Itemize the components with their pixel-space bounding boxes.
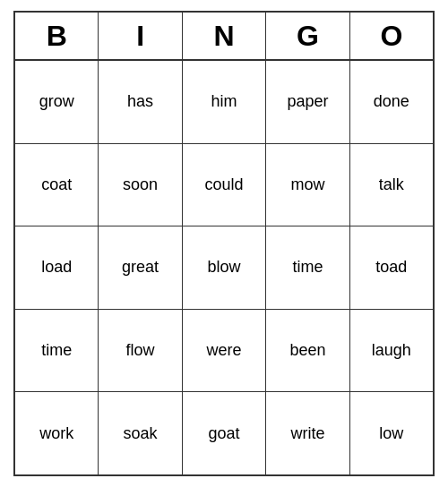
header-letter-g: G	[266, 13, 349, 59]
bingo-cell-0-2: him	[183, 61, 266, 143]
bingo-cell-0-3: paper	[266, 61, 349, 143]
bingo-cell-1-4: talk	[350, 144, 433, 226]
header-letter-i: I	[99, 13, 182, 59]
bingo-cell-4-3: write	[266, 392, 349, 474]
bingo-body: growhashimpaperdonecoatsooncouldmowtalkl…	[15, 61, 433, 474]
bingo-card: BINGO growhashimpaperdonecoatsooncouldmo…	[13, 11, 435, 476]
bingo-cell-0-0: grow	[15, 61, 99, 143]
bingo-row-0: growhashimpaperdone	[15, 61, 433, 144]
bingo-cell-1-3: mow	[266, 144, 349, 226]
bingo-cell-2-1: great	[99, 226, 182, 309]
bingo-cell-2-0: load	[15, 226, 99, 309]
bingo-header: BINGO	[15, 13, 433, 61]
bingo-cell-4-2: goat	[183, 392, 266, 474]
bingo-cell-4-4: low	[350, 392, 433, 474]
bingo-cell-3-3: been	[266, 310, 349, 392]
bingo-cell-3-2: were	[183, 310, 266, 392]
bingo-row-3: timeflowwerebeenlaugh	[15, 310, 433, 393]
bingo-row-1: coatsooncouldmowtalk	[15, 144, 433, 227]
bingo-cell-2-2: blow	[183, 226, 266, 309]
bingo-cell-2-4: toad	[350, 226, 433, 309]
bingo-cell-2-3: time	[266, 226, 349, 309]
bingo-cell-0-1: has	[99, 61, 182, 143]
bingo-cell-3-1: flow	[99, 310, 182, 392]
bingo-cell-1-2: could	[183, 144, 266, 226]
header-letter-o: O	[350, 13, 433, 59]
bingo-row-4: worksoakgoatwritelow	[15, 392, 433, 474]
header-letter-b: B	[15, 13, 99, 59]
bingo-cell-4-1: soak	[99, 392, 182, 474]
bingo-cell-0-4: done	[350, 61, 433, 143]
header-letter-n: N	[183, 13, 266, 59]
bingo-cell-4-0: work	[15, 392, 99, 474]
bingo-cell-1-1: soon	[99, 144, 182, 226]
bingo-row-2: loadgreatblowtimetoad	[15, 226, 433, 310]
bingo-cell-3-0: time	[15, 310, 99, 392]
bingo-cell-1-0: coat	[15, 144, 99, 226]
bingo-cell-3-4: laugh	[350, 310, 433, 392]
